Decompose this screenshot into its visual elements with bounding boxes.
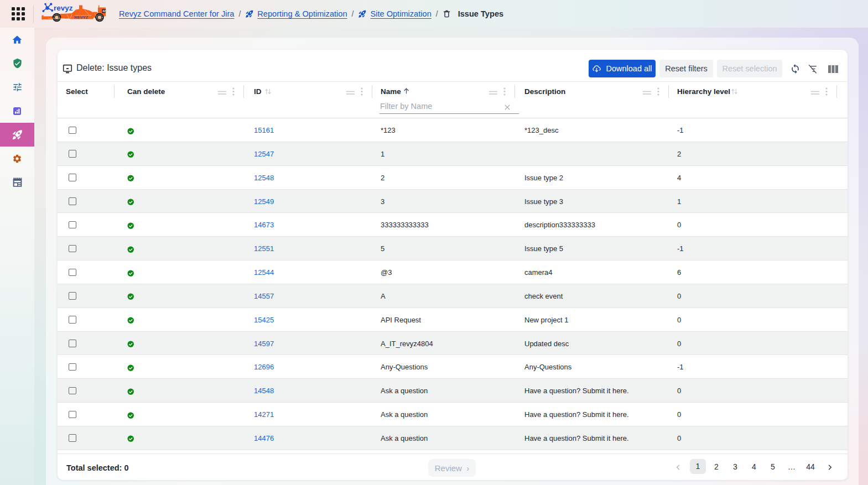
svg-text:42: 42	[102, 9, 106, 13]
svg-text:REVYZ: REVYZ	[74, 15, 88, 20]
svg-text:revyz: revyz	[54, 4, 73, 12]
